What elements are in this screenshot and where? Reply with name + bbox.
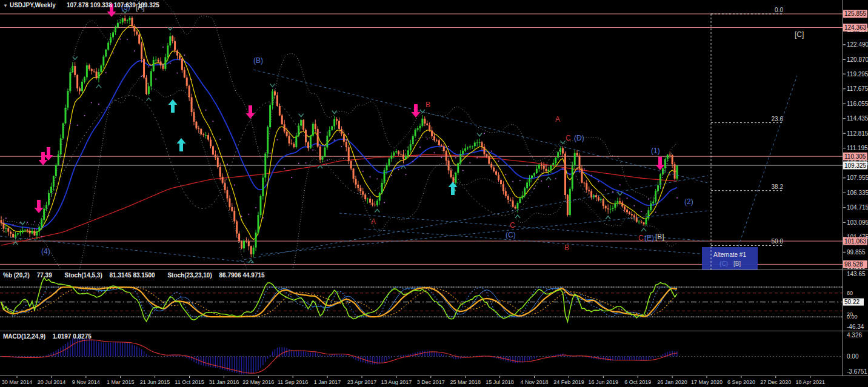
date-tick-label: 6 Oct 2019	[624, 379, 651, 385]
date-tick-label: 4 Nov 2018	[520, 379, 548, 385]
chart-canvas[interactable]: Alternate #1(C)[B]0.023.638.250.0(5)[A](…	[0, 0, 868, 387]
date-tick-label: 27 Dec 2020	[760, 379, 791, 385]
wave-label: B	[564, 243, 569, 252]
date-tick-label: 21 Jun 2015	[140, 379, 170, 385]
percent-b-label: %b (20,2) 77.39	[3, 272, 58, 279]
date-tick-label: 9 Nov 2014	[72, 379, 100, 385]
wave-label: A	[371, 217, 376, 226]
date-tick-label: 15 Jul 2018	[486, 379, 514, 385]
wave-label: [C]	[795, 30, 804, 39]
wave-label: C	[566, 134, 571, 142]
chart-header: ▼USDJPY,Weekly107.878 109.338 107.639 10…	[3, 2, 165, 8]
magenta-down-arrow	[44, 147, 53, 160]
wave-label: (B)	[253, 56, 263, 65]
alternate-box-wave-blue: (C)	[719, 260, 728, 267]
wave-label: A	[555, 115, 560, 124]
price-tick-label: 112.815	[847, 130, 868, 137]
magenta-down-arrow	[656, 157, 665, 170]
pb-level-80: 80	[847, 290, 853, 296]
fib-level-label: 0.0	[775, 7, 783, 13]
alternate-box-title: Alternate #1	[713, 251, 746, 258]
date-tick-label: 26 Jan 2020	[657, 379, 687, 385]
wave-label: (C)	[506, 231, 516, 239]
date-tick-label: 31 Jan 2016	[209, 379, 239, 385]
date-tick-label: 25 Mar 2018	[450, 379, 481, 385]
price-tick-label: 107.955	[847, 174, 868, 181]
stoch-fast-label: Stoch(14,5,3) 81.3145 83.1500	[65, 272, 161, 279]
date-tick-label: 30 Mar 2014	[2, 379, 33, 385]
stoch-slow-label: Stoch(23,23,10) 86.7906 44.9715	[167, 272, 270, 279]
date-tick-label: 11 Sep 2016	[278, 379, 308, 385]
price-tick-label: 120.870	[847, 56, 868, 63]
date-tick-label: 13 Aug 2017	[381, 379, 412, 385]
date-tick-label: 24 Feb 2019	[553, 379, 584, 385]
macd-scale-max: 4.326	[847, 332, 862, 339]
fib-level-label: 50.0	[772, 238, 784, 245]
price-badge-label: 110.305	[844, 153, 866, 160]
pb-scale-max: 143.65	[847, 271, 866, 277]
symbol-label: USDJPY,Weekly	[10, 2, 56, 8]
symbol-selector[interactable]: ▼USDJPY,Weekly	[3, 2, 61, 8]
date-tick-label: 3 Dec 2017	[417, 379, 445, 385]
alternate-box-wave-gray: [B]	[733, 260, 741, 267]
price-tick-label: 122.490	[847, 41, 868, 48]
price-tick-label: 103.095	[847, 219, 868, 226]
pb-scale-min: -46.34	[847, 323, 864, 330]
price-tick-label: 106.335	[847, 190, 868, 196]
fib-level-label: 38.2	[772, 184, 784, 190]
price-tick-label: 114.435	[847, 115, 868, 122]
date-tick-label: 16 Jun 2019	[589, 379, 619, 385]
cyan-up-arrow	[177, 138, 186, 151]
date-tick-label: 6 Sep 2020	[727, 379, 755, 385]
macd-label: MACD(12,24,9) 1.0197 0.8275	[3, 333, 97, 340]
price-badge-label: 124.363	[844, 24, 867, 31]
price-tick-label: 99.855	[847, 249, 866, 256]
cycle-curve	[36, 96, 672, 230]
wave-label: (D)	[574, 134, 584, 142]
price-tick-label: 111.195	[847, 145, 868, 151]
date-tick-label: 18 Apr 2021	[795, 379, 825, 385]
date-tick-label: 1 Mar 2015	[107, 379, 135, 385]
annotations-layer: Alternate #1(C)[B]0.023.638.250.0(5)[A](…	[35, 3, 804, 270]
wave-label: C	[510, 221, 515, 230]
wave-label: (E)	[644, 234, 654, 242]
date-tick-label: 17 May 2020	[691, 379, 723, 385]
dropdown-arrow-icon: ▼	[3, 3, 8, 8]
price-tick-label: 117.675	[847, 85, 868, 92]
percent-b-header: %b (20,2) 77.39 Stoch(14,5,3) 81.3145 83…	[3, 272, 276, 279]
wave-label: (4)	[41, 247, 50, 256]
macd-header: MACD(12,24,9) 1.0197 0.8275	[3, 333, 102, 340]
date-tick-label: 1 Jan 2017	[314, 379, 341, 385]
price-tick-label: 119.295	[847, 71, 868, 78]
wave-label: C	[638, 234, 644, 242]
price-badge-label: 101.063	[844, 238, 867, 245]
pb-level-20: 20	[847, 311, 853, 317]
price-badge-label: 109.325	[844, 162, 867, 169]
price-scale[interactable]: 124.110122.490120.870119.295117.675116.0…	[0, 0, 868, 376]
date-tick-label: 20 Jul 2014	[38, 379, 66, 385]
trading-terminal: Alternate #1(C)[B]0.023.638.250.0(5)[A](…	[0, 0, 868, 387]
macd-scale-zero: 0.00	[847, 353, 859, 360]
macd-plot	[0, 338, 843, 375]
date-tick-label: 11 Oct 2015	[175, 379, 204, 385]
wave-label: B	[426, 101, 430, 109]
date-tick-label: 23 Apr 2017	[347, 379, 377, 385]
date-tick-label: 22 May 2016	[242, 379, 274, 385]
fib-level-label: 23.6	[772, 116, 784, 122]
magenta-down-arrow	[35, 200, 44, 213]
alternate-scenario-box[interactable]	[702, 247, 758, 270]
price-tick-label: 104.715	[847, 204, 868, 211]
macd-scale-min: -3.6751	[847, 368, 867, 375]
price-badge-label: 125.855	[844, 10, 867, 17]
wave-label: (2)	[684, 197, 693, 206]
magenta-down-arrow	[246, 105, 255, 119]
ohlc-readout: 107.878 109.338 107.639 109.325	[67, 2, 159, 8]
percent-b-plot	[0, 277, 843, 322]
wave-label: [B]	[655, 233, 664, 241]
price-tick-label: 116.055	[847, 101, 868, 107]
pb-current-value: 50.22	[844, 299, 860, 305]
date-axis[interactable]: 30 Mar 201420 Jul 20149 Nov 20141 Mar 20…	[2, 376, 825, 385]
wave-label: (1)	[651, 147, 660, 155]
cyan-up-arrow	[169, 99, 178, 113]
price-badge-label: 98.528	[844, 261, 863, 268]
